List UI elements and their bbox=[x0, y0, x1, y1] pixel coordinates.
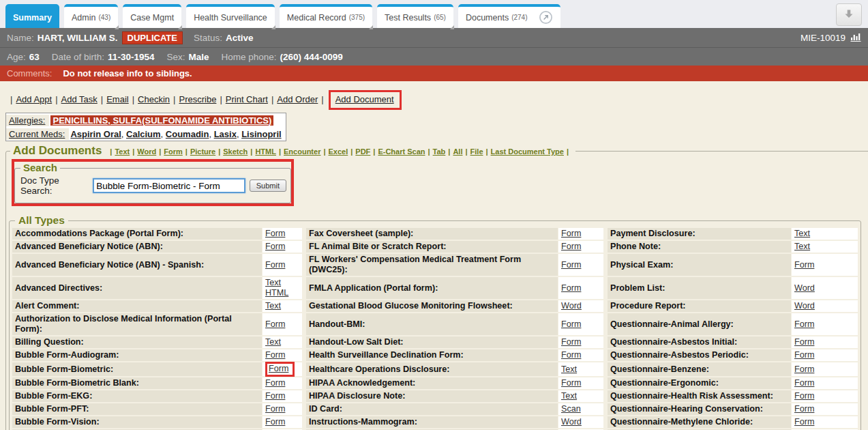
doc-type-link-cell: Form bbox=[792, 403, 858, 415]
sex-value: Male bbox=[188, 52, 209, 62]
doc-format-link-questionnaire-animal-allergy-form[interactable]: Form bbox=[794, 319, 814, 330]
doc-type-link-last-document-type[interactable]: Last Document Type bbox=[491, 147, 564, 156]
doc-type-link-tab[interactable]: Tab bbox=[433, 147, 446, 156]
doc-format-link-physical-exam-form[interactable]: Form bbox=[794, 260, 814, 270]
doc-type-link-picture[interactable]: Picture bbox=[190, 147, 215, 156]
doc-type-link-cell: Form bbox=[263, 349, 302, 361]
doc-format-link-bubble-form-vision-form[interactable]: Form bbox=[265, 417, 285, 427]
doc-type-link-word[interactable]: Word bbox=[137, 147, 156, 156]
column-gap bbox=[604, 336, 607, 348]
doc-format-link-phone-note-text[interactable]: Text bbox=[794, 242, 810, 252]
action-link-add-document[interactable]: Add Document bbox=[335, 94, 394, 104]
doc-format-link-questionnaire-ergonomic-form[interactable]: Form bbox=[794, 378, 814, 388]
tab-documents[interactable]: Documents(274) bbox=[458, 4, 560, 28]
doc-type-link-cell: Form bbox=[558, 336, 603, 348]
doc-type-link-file[interactable]: File bbox=[470, 147, 483, 156]
med-link-aspirin-oral[interactable]: Aspirin Oral bbox=[70, 129, 121, 139]
doc-type-label-cell: Fax Coversheet (sample): bbox=[306, 228, 558, 240]
doc-format-link-handout-low-salt-diet-form[interactable]: Form bbox=[561, 337, 581, 347]
allergy-value[interactable]: PENICILLINS, SULFA(SULFONAMIDE ANTIBIOTI… bbox=[50, 115, 273, 126]
doc-type-link-cell: TextHTML bbox=[263, 277, 302, 299]
doc-format-link-fmla-application-portal-form-form[interactable]: Form bbox=[561, 283, 581, 293]
bar-chart-icon[interactable] bbox=[850, 32, 861, 44]
popout-tab-button[interactable] bbox=[535, 10, 553, 25]
doc-format-link-handout-bmi-form[interactable]: Form bbox=[561, 319, 581, 330]
med-link-coumadin[interactable]: Coumadin bbox=[166, 129, 209, 139]
doc-format-link-id-card-scan[interactable]: Scan bbox=[561, 404, 581, 414]
tab-health-surveillance[interactable]: Health Surveillance bbox=[186, 4, 275, 28]
doc-format-link-questionnaire-benzene-form[interactable]: Form bbox=[794, 364, 814, 375]
tab-summary[interactable]: Summary bbox=[5, 4, 59, 28]
doc-type-link-all[interactable]: All bbox=[453, 147, 462, 156]
doc-type-link-encounter[interactable]: Encounter bbox=[284, 147, 320, 156]
tab-count: (43) bbox=[98, 14, 110, 21]
tab-count: (375) bbox=[349, 14, 365, 21]
tab-label: Documents bbox=[466, 13, 509, 23]
tab-test-results[interactable]: Test Results(65) bbox=[377, 4, 453, 28]
doc-format-link-procedure-report-word[interactable]: Word bbox=[794, 301, 815, 311]
doc-format-link-bubble-form-audiogram-form[interactable]: Form bbox=[265, 350, 285, 360]
doc-type-link-e-chart-scan[interactable]: E-Chart Scan bbox=[378, 147, 425, 156]
doc-format-link-advanced-directives-text[interactable]: Text bbox=[265, 278, 281, 288]
doc-format-link-payment-disclosure-text[interactable]: Text bbox=[794, 229, 810, 239]
tab-case-mgmt[interactable]: Case Mgmt bbox=[123, 4, 181, 28]
action-link-email[interactable]: Email bbox=[106, 94, 129, 104]
doc-type-search-input[interactable] bbox=[93, 178, 245, 193]
doc-type-link-html[interactable]: HTML bbox=[255, 147, 276, 156]
column-gap bbox=[604, 349, 607, 361]
med-separator: , bbox=[121, 129, 126, 139]
doc-format-link-hipaa-disclosure-note-text[interactable]: Text bbox=[561, 391, 577, 401]
doc-format-link-billing-question-text[interactable]: Text bbox=[265, 337, 281, 347]
doc-format-link-bubble-form-biometric-form[interactable]: Form bbox=[269, 364, 288, 373]
doc-type-link-text[interactable]: Text bbox=[115, 147, 130, 156]
doc-type-link-form[interactable]: Form bbox=[164, 147, 183, 156]
doc-format-link-fax-coversheet-sample-form[interactable]: Form bbox=[561, 229, 581, 239]
doc-format-link-questionnaire-health-risk-assessment-form[interactable]: Form bbox=[794, 391, 814, 401]
doc-format-link-problem-list-word[interactable]: Word bbox=[794, 283, 815, 293]
doc-format-link-bubble-form-biometric-blank-form[interactable]: Form bbox=[265, 378, 285, 388]
doc-format-link-questionnaire-hearing-conservation-form[interactable]: Form bbox=[794, 404, 814, 414]
current-meds-link[interactable]: Current Meds: bbox=[9, 129, 65, 139]
doc-format-link-bubble-form-pft-form[interactable]: Form bbox=[265, 404, 285, 414]
column-gap bbox=[604, 277, 607, 299]
doc-format-link-fl-animal-bite-or-scratch-report-form[interactable]: Form bbox=[561, 242, 581, 252]
doc-type-link-cell: Form bbox=[263, 313, 302, 335]
doc-type-link-sketch[interactable]: Sketch bbox=[223, 147, 248, 156]
doc-format-link-alert-comment-text[interactable]: Text bbox=[265, 301, 281, 311]
tab-medical-record[interactable]: Medical Record(375) bbox=[280, 4, 372, 28]
action-link-print-chart[interactable]: Print Chart bbox=[226, 94, 268, 104]
doc-format-link-advanced-beneficiary-notice-abn-spanish-form[interactable]: Form bbox=[265, 260, 285, 270]
doc-format-link-instructions-mammogram-word[interactable]: Word bbox=[561, 417, 582, 427]
action-link-add-appt[interactable]: Add Appt bbox=[16, 94, 52, 104]
action-link-prescribe[interactable]: Prescribe bbox=[179, 94, 216, 104]
doc-format-link-advanced-directives-html[interactable]: HTML bbox=[265, 288, 288, 298]
doc-format-link-accommodations-package-portal-form-form[interactable]: Form bbox=[265, 229, 285, 239]
all-types-title: All Types bbox=[18, 214, 65, 226]
doc-type-link-excel[interactable]: Excel bbox=[329, 147, 348, 156]
doc-format-link-health-surveillance-declination-form-form[interactable]: Form bbox=[561, 350, 581, 360]
med-link-lisinopril[interactable]: Lisinopril bbox=[241, 129, 282, 139]
scroll-down-button[interactable] bbox=[836, 3, 862, 26]
doc-format-link-hipaa-acknowledgement-form[interactable]: Form bbox=[561, 378, 581, 388]
med-link-calcium[interactable]: Calcium bbox=[126, 129, 161, 139]
doc-format-link-advanced-beneficiary-notice-abn-form[interactable]: Form bbox=[265, 242, 285, 252]
submit-button[interactable]: Submit bbox=[250, 180, 286, 192]
doc-format-link-fl-workers-compensation-medical-treatment-form-dwc25-form[interactable]: Form bbox=[561, 260, 581, 270]
doc-format-link-questionnaire-methylene-chloride-form[interactable]: Form bbox=[794, 417, 814, 427]
allergies-link[interactable]: Allergies: bbox=[9, 115, 45, 126]
action-link-add-task[interactable]: Add Task bbox=[61, 94, 98, 104]
doc-type-search-label: Doc Type Search: bbox=[20, 175, 89, 196]
med-link-lasix[interactable]: Lasix bbox=[214, 129, 237, 139]
comments-text: Do not release info to siblings. bbox=[63, 68, 192, 78]
tab-admin[interactable]: Admin(43) bbox=[64, 4, 118, 28]
doc-format-link-questionnaire-asbestos-periodic-form[interactable]: Form bbox=[794, 350, 814, 360]
doc-format-link-authorization-to-disclose-medical-information-portal-form-form[interactable]: Form bbox=[265, 319, 285, 330]
action-link-checkin[interactable]: Checkin bbox=[138, 94, 170, 104]
doc-type-link-pdf[interactable]: PDF bbox=[355, 147, 370, 156]
doc-format-link-questionnaire-asbestos-initial-form[interactable]: Form bbox=[794, 337, 814, 347]
doc-format-link-bubble-form-ekg-form[interactable]: Form bbox=[265, 391, 285, 401]
doc-type-label-cell: Physical Exam: bbox=[608, 254, 791, 276]
doc-format-link-gestational-blood-glucose-monitoring-flowsheet-word[interactable]: Word bbox=[561, 301, 582, 311]
doc-format-link-healthcare-operations-disclosure-text[interactable]: Text bbox=[561, 364, 577, 375]
action-link-add-order[interactable]: Add Order bbox=[277, 94, 318, 104]
